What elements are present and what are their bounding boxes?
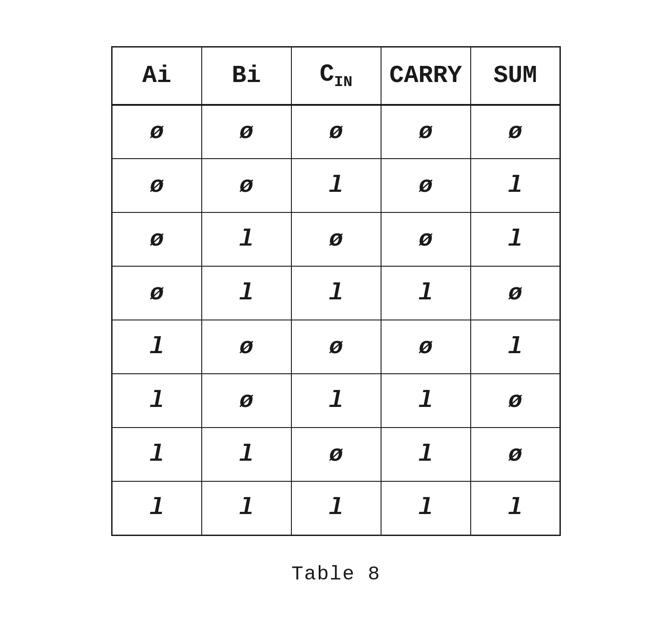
table-row: llølø: [112, 428, 560, 481]
table-cell: ø: [471, 105, 560, 159]
table-row: løllø: [112, 374, 560, 428]
table-cell: ø: [291, 428, 381, 481]
table-cell: ø: [112, 105, 202, 159]
table-cell: ø: [112, 159, 202, 212]
table-cell: ø: [202, 159, 291, 212]
table-cell: ø: [381, 212, 471, 266]
table-cell: ø: [291, 212, 381, 266]
table-cell: l: [471, 481, 560, 535]
table-header-row: Ai Bi CIN CARRY SUM: [112, 47, 560, 105]
table-cell: ø: [202, 374, 291, 428]
table-cell: l: [202, 266, 291, 320]
table-cell: l: [381, 428, 471, 481]
table-cell: l: [112, 428, 202, 481]
table-cell: l: [471, 320, 560, 374]
table-cell: l: [471, 212, 560, 266]
table-cell: ø: [112, 212, 202, 266]
table-row: øøøøø: [112, 105, 560, 159]
table-cell: l: [471, 159, 560, 212]
table-cell: l: [112, 320, 202, 374]
table-row: ølllø: [112, 266, 560, 320]
table-cell: l: [112, 481, 202, 535]
page-container: Ai Bi CIN CARRY SUM øøøøøøøløløløølølllø…: [93, 28, 579, 603]
table-cell: ø: [471, 266, 560, 320]
col-header-sum: SUM: [471, 47, 560, 105]
table-cell: ø: [202, 320, 291, 374]
col-header-carry: CARRY: [381, 47, 471, 105]
table-cell: l: [381, 266, 471, 320]
table-cell: l: [381, 374, 471, 428]
table-cell: ø: [291, 105, 381, 159]
table-cell: l: [381, 481, 471, 535]
table-cell: ø: [471, 428, 560, 481]
table-caption: Table 8: [291, 563, 381, 585]
col-header-cin: CIN: [291, 47, 381, 105]
table-cell: ø: [381, 159, 471, 212]
table-cell: l: [291, 266, 381, 320]
table-row: øløøl: [112, 212, 560, 266]
table-row: øøløl: [112, 159, 560, 212]
table-cell: ø: [381, 105, 471, 159]
table-cell: ø: [381, 320, 471, 374]
table-cell: l: [291, 159, 381, 212]
truth-table: Ai Bi CIN CARRY SUM øøøøøøøløløløølølllø…: [111, 46, 561, 536]
table-row: lllll: [112, 481, 560, 535]
col-header-ai: Ai: [112, 47, 202, 105]
col-header-bi: Bi: [202, 47, 291, 105]
table-cell: ø: [112, 266, 202, 320]
table-cell: l: [112, 374, 202, 428]
table-row: løøøl: [112, 320, 560, 374]
table-cell: l: [202, 428, 291, 481]
table-cell: l: [202, 212, 291, 266]
table-cell: l: [291, 481, 381, 535]
table-cell: l: [202, 481, 291, 535]
table-cell: l: [291, 374, 381, 428]
table-cell: ø: [471, 374, 560, 428]
table-cell: ø: [291, 320, 381, 374]
table-cell: ø: [202, 105, 291, 159]
